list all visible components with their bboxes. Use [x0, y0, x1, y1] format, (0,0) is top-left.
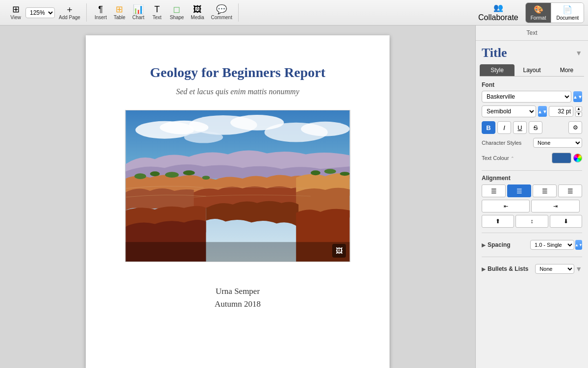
chart-icon: 📊 — [133, 5, 144, 14]
font-section-label: Font — [482, 81, 582, 88]
align-justify-button[interactable]: ☰ — [558, 184, 582, 197]
view-button[interactable]: ⊞ View — [7, 3, 24, 22]
page-date: Autumn 2018 — [215, 299, 261, 309]
colour-swatch[interactable] — [552, 153, 571, 163]
colour-controls — [552, 153, 582, 163]
font-name-select[interactable]: Baskerville Helvetica Arial — [482, 91, 571, 103]
align-right-button[interactable]: ☰ — [533, 184, 557, 197]
font-name-arrow[interactable]: ▲▼ — [573, 91, 582, 102]
document-button[interactable]: 📄 Document — [551, 3, 584, 23]
tab-style[interactable]: Style — [480, 64, 514, 76]
toolbar-insert-group: ¶ Insert ⊞ Table 📊 Chart T Text ◻ Shape … — [89, 3, 239, 22]
character-styles-select[interactable]: None — [533, 138, 582, 148]
tab-more[interactable]: More — [549, 64, 584, 76]
svg-point-7 — [184, 131, 223, 143]
document-icon: 📄 — [563, 5, 572, 14]
font-style-select[interactable]: Semibold Regular Bold Italic — [482, 105, 536, 117]
format-button[interactable]: 🎨 Format — [526, 3, 552, 23]
svg-point-13 — [311, 170, 320, 175]
comment-button[interactable]: 💬 Comment — [208, 3, 235, 22]
bullets-select[interactable]: None Bullet Numbered — [535, 264, 574, 274]
text-colour-row: Text Colour ⌃ — [482, 153, 582, 163]
text-options-button[interactable]: ⚙ — [568, 121, 582, 134]
spacing-row[interactable]: ▶ Spacing 1.0 - Single 1.5 2.0 - Double … — [482, 237, 582, 253]
zoom-select[interactable]: 125% 100% 75% — [25, 7, 55, 18]
font-format-row: B I U S ⚙ — [482, 121, 582, 134]
collaborate-button[interactable]: 👥 Collaborate — [473, 1, 523, 24]
view-icon: ⊞ — [12, 5, 20, 14]
font-style-size-row: Semibold Regular Bold Italic ▲▼ ▲ ▼ — [482, 105, 582, 117]
bullets-label: ▶ Bullets & Lists — [482, 265, 528, 272]
bullets-arrow: ▼ — [575, 265, 582, 273]
svg-point-8 — [134, 173, 146, 179]
spacing-select[interactable]: 1.0 - Single 1.5 2.0 - Double — [530, 240, 574, 250]
page-title: Geology for Beginners Report — [150, 65, 325, 80]
document-page: Geology for Beginners Report Sed et lacu… — [86, 35, 390, 368]
chart-label: Chart — [132, 15, 144, 20]
add-page-label: Add Page — [59, 15, 80, 20]
alignment-label: Alignment — [482, 175, 582, 182]
font-size-up[interactable]: ▲ — [575, 106, 582, 111]
toolbar-view-group: ⊞ View 125% 100% 75% ＋ Add Page — [4, 3, 87, 22]
svg-point-9 — [150, 171, 160, 176]
right-panel: Text Title ▼ Style Layout More Font Bask… — [475, 26, 588, 368]
spacing-arrow[interactable]: ▲▼ — [575, 240, 582, 250]
underline-button[interactable]: U — [513, 121, 527, 134]
insert-button[interactable]: ¶ Insert — [92, 3, 110, 22]
shape-label: Shape — [170, 15, 184, 20]
divider-2 — [482, 233, 582, 233]
svg-rect-16 — [125, 242, 349, 262]
spacing-value: 1.0 - Single 1.5 2.0 - Double ▲▼ — [530, 240, 582, 250]
indent-decrease-button[interactable]: ⇤ — [482, 200, 530, 212]
indent-increase-button[interactable]: ⇥ — [531, 200, 579, 212]
table-label: Table — [114, 15, 125, 20]
collaborate-icon: 👥 — [493, 3, 503, 12]
media-label: Media — [191, 15, 204, 20]
colour-picker-button[interactable] — [573, 154, 582, 162]
align-center-button[interactable]: ☰ — [507, 184, 531, 197]
media-button[interactable]: 🖼 Media — [188, 3, 207, 22]
insert-icon: ¶ — [98, 5, 103, 14]
align-left-button[interactable]: ☰ — [482, 184, 506, 197]
table-icon: ⊞ — [116, 5, 123, 14]
format-icon: 🎨 — [534, 5, 543, 14]
title-dropdown-arrow[interactable]: ▼ — [575, 49, 582, 57]
font-size-down[interactable]: ▼ — [575, 112, 582, 117]
chart-button[interactable]: 📊 Chart — [129, 3, 147, 22]
font-size-field[interactable] — [549, 106, 573, 117]
main-content: Geology for Beginners Report Sed et lacu… — [0, 26, 588, 368]
canyon-svg — [125, 110, 350, 262]
bullets-row[interactable]: ▶ Bullets & Lists None Bullet Numbered ▼ — [482, 261, 582, 277]
add-page-button[interactable]: ＋ Add Page — [56, 3, 83, 22]
page-image[interactable]: 🖼 — [125, 110, 350, 262]
valign-middle-button[interactable]: ↕ — [515, 215, 548, 228]
valign-top-button[interactable]: ⬆ — [482, 215, 514, 228]
bold-button[interactable]: B — [482, 121, 495, 134]
comment-icon: 💬 — [216, 5, 227, 14]
font-style-arrow[interactable]: ▲▼ — [538, 106, 547, 117]
zoom-control: 125% 100% 75% — [25, 7, 55, 18]
page-author: Urna Semper — [216, 287, 260, 296]
italic-button[interactable]: I — [497, 121, 511, 134]
shape-button[interactable]: ◻ Shape — [167, 3, 187, 22]
svg-point-14 — [324, 169, 336, 174]
insert-label: Insert — [95, 15, 107, 20]
svg-point-11 — [183, 170, 195, 175]
strikethrough-button[interactable]: S — [529, 121, 542, 134]
text-button[interactable]: T Text — [148, 3, 166, 22]
media-icon: 🖼 — [193, 5, 202, 14]
divider-1 — [482, 170, 582, 171]
divider-3 — [482, 257, 582, 257]
format-document-toggle: 🎨 Format 📄 Document — [525, 2, 584, 23]
valign-bottom-button[interactable]: ⬇ — [550, 215, 582, 228]
add-page-icon: ＋ — [65, 5, 74, 14]
panel-style-title: Title — [482, 46, 507, 60]
canvas-area: Geology for Beginners Report Sed et lacu… — [0, 26, 475, 368]
bullets-value: None Bullet Numbered ▼ — [535, 264, 582, 274]
character-styles-row: Character Styles None — [482, 138, 582, 148]
alignment-row-1: ☰ ☰ ☰ ☰ — [482, 184, 582, 197]
view-label: View — [10, 15, 21, 20]
table-button[interactable]: ⊞ Table — [111, 3, 128, 22]
tab-layout[interactable]: Layout — [514, 64, 549, 76]
page-subtitle: Sed et lacus quis enim mattis nonummy — [176, 87, 299, 96]
